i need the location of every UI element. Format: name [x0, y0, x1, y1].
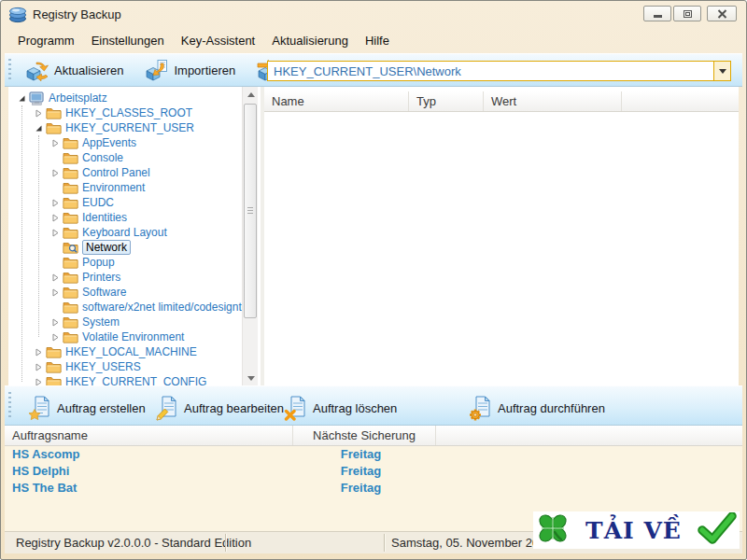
tree-item-eudc[interactable]: EUDC [8, 195, 240, 210]
tree-item-hkey-classes-root[interactable]: HKEY_CLASSES_ROOT [8, 105, 240, 120]
stacked-discs-logo-icon [8, 7, 27, 23]
main-toolbar: AktualisierenImportierenGoTo HKEY_CURREN… [5, 53, 742, 87]
folder-icon [46, 121, 62, 134]
tree-item-label: Software [82, 286, 126, 299]
folder-icon [63, 256, 78, 269]
tree-item-hkey-local-machine[interactable]: HKEY_LOCAL_MACHINE [8, 344, 240, 359]
menu-item-einstellungen[interactable]: Einstellungen [84, 30, 172, 51]
tree-item-label: Volatile Environment [82, 330, 184, 343]
folder-icon [63, 271, 78, 284]
column-header-name[interactable]: Name [264, 91, 409, 111]
toolbar-grip[interactable] [8, 59, 11, 81]
tree-item-popup[interactable]: Popup [8, 255, 240, 270]
tree-item-hkey-current-config[interactable]: HKEY_CURRENT_CONFIG [8, 374, 240, 385]
chevron-down-icon [719, 69, 726, 74]
toolbar-grip[interactable] [8, 392, 11, 419]
registry-path-combobox[interactable]: HKEY_CURRENT_USER\Network [267, 61, 731, 81]
tree-item-label: Popup [82, 256, 115, 269]
tree-item-label: Printers [82, 271, 120, 284]
statusbar-divider [384, 534, 385, 552]
minimize-button[interactable] [643, 6, 671, 21]
expand-arrow-icon[interactable] [51, 317, 61, 327]
column-header-auftragsname[interactable]: Auftragsname [5, 426, 293, 445]
tree-item-appevents[interactable]: AppEvents [8, 135, 240, 150]
scroll-down-button[interactable] [243, 371, 259, 385]
tree-item-identities[interactable]: Identities [8, 210, 240, 225]
tree-item-printers[interactable]: Printers [8, 270, 240, 285]
expand-arrow-icon[interactable] [51, 213, 61, 222]
menu-item-programm[interactable]: Programm [10, 30, 82, 51]
folder-search-icon [63, 241, 78, 254]
tree-item-system[interactable]: System [8, 315, 240, 329]
tree-item-label: Identities [82, 211, 127, 224]
tree-item-label: HKEY_CURRENT_USER [65, 121, 194, 134]
tree-item-label: Keyboard Layout [82, 226, 167, 239]
run-job-button[interactable]: Auftrag durchführen [462, 393, 612, 424]
tree-item-console[interactable]: Console [8, 150, 240, 165]
tree-item-volatile-environment[interactable]: Volatile Environment [8, 329, 240, 344]
expand-arrow-icon[interactable] [35, 108, 44, 118]
maximize-button[interactable] [673, 6, 701, 21]
tree-item-control-panel[interactable]: Control Panel [8, 165, 240, 180]
expand-arrow-icon[interactable] [35, 347, 44, 357]
tree-item-software-x2net-limited-codesigntool[interactable]: software/x2net limited/codesigntool [8, 300, 240, 315]
folder-icon [63, 315, 78, 329]
tree-item-label: HKEY_CURRENT_CONFIG [65, 375, 206, 385]
values-panel: Name Typ Wert [264, 91, 739, 385]
expand-arrow-icon[interactable] [35, 377, 44, 385]
tree-item-label: System [82, 315, 120, 329]
delete-job-button[interactable]: Auftrag löschen [277, 393, 403, 424]
menu-item-key-assistent[interactable]: Key-Assistent [174, 30, 262, 51]
tree-item-software[interactable]: Software [8, 285, 240, 300]
expand-arrow-icon[interactable] [51, 228, 61, 237]
tree-item-hkey-users[interactable]: HKEY_USERS [8, 359, 240, 374]
menu-item-aktualisierung[interactable]: Aktualisierung [264, 30, 356, 51]
doc-pencil-icon [155, 396, 178, 421]
create-job-button[interactable]: Auftrag erstellen [21, 393, 152, 424]
toolbar-button-label: Importieren [174, 63, 235, 77]
toolbar-button-label: Aktualisieren [54, 63, 123, 77]
main-area: ArbeitsplatzHKEY_CLASSES_ROOTHKEY_CURREN… [8, 87, 739, 385]
jobs-toolbar: Auftrag erstellenAuftrag bearbeitenAuftr… [5, 385, 742, 426]
expand-arrow-icon[interactable] [51, 287, 61, 297]
tree-item-keyboard-layout[interactable]: Keyboard Layout [8, 225, 240, 240]
column-header-wert[interactable]: Wert [484, 91, 622, 111]
folder-icon [46, 345, 62, 358]
column-header-typ[interactable]: Typ [409, 91, 484, 111]
job-row-hs-delphi[interactable]: HS DelphiFreitag [5, 463, 742, 480]
tree-item-environment[interactable]: Environment [8, 180, 240, 195]
doc-delete-icon [284, 396, 307, 421]
combobox-dropdown-button[interactable] [713, 62, 730, 80]
scroll-up-button[interactable] [243, 87, 259, 102]
column-header-naechste-sicherung[interactable]: Nächste Sicherung [293, 426, 436, 445]
titlebar[interactable]: Registry Backup [1, 1, 746, 28]
collapse-arrow-icon[interactable] [35, 123, 44, 133]
expand-arrow-icon[interactable] [51, 138, 61, 147]
tree-item-label: EUDC [82, 196, 114, 209]
close-button[interactable] [707, 6, 737, 21]
edit-job-button[interactable]: Auftrag bearbeiten [148, 393, 290, 424]
clover-icon [536, 511, 570, 549]
tree-scrollbar[interactable] [242, 87, 258, 385]
job-row-hs-the-bat[interactable]: HS The BatFreitag [5, 480, 742, 497]
expand-arrow-icon[interactable] [35, 362, 44, 371]
tree-item-label: software/x2net limited/codesigntool [82, 301, 257, 314]
job-name: HS The Bat [12, 480, 77, 497]
collapse-arrow-icon[interactable] [18, 93, 27, 103]
expander-spacer [51, 258, 61, 267]
refresh-button[interactable]: Aktualisieren [18, 56, 130, 84]
tree-item-hkey-current-user[interactable]: HKEY_CURRENT_USER [8, 120, 240, 135]
expand-arrow-icon[interactable] [51, 332, 61, 342]
tree-item-network[interactable]: Network [8, 240, 240, 255]
checkmark-icon [698, 512, 737, 548]
menu-item-hilfe[interactable]: Hilfe [358, 30, 397, 51]
expand-arrow-icon[interactable] [51, 198, 61, 207]
import-button[interactable]: Importieren [137, 56, 242, 84]
scrollbar-thumb[interactable] [244, 104, 257, 318]
expand-arrow-icon[interactable] [51, 273, 61, 282]
tree-item-arbeitsplatz[interactable]: Arbeitsplatz [8, 91, 240, 105]
expand-arrow-icon[interactable] [51, 168, 61, 177]
import-icon [144, 59, 168, 81]
job-row-hs-ascomp[interactable]: HS AscompFreitag [5, 446, 742, 463]
status-version-text: Registry Backup v2.0.0.0 - Standard Edit… [16, 536, 251, 550]
